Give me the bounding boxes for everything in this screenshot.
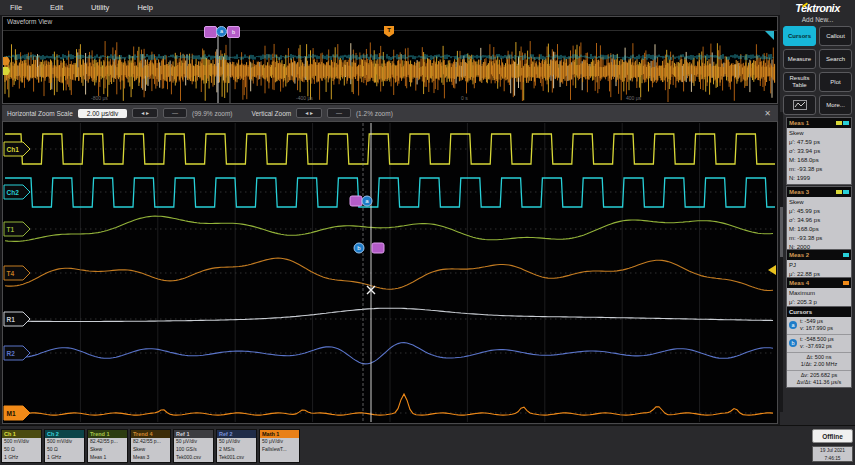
meas-name: Maximum [789, 289, 849, 298]
trace-m1 [5, 394, 773, 415]
waveform-canvas: Ch1Ch2T1T4R1R2M1ab [3, 122, 777, 423]
time-text: 7:46:15 [813, 455, 852, 463]
overview-window: Waveform View -800 μs -400 μs 0 s 400 μs… [2, 16, 778, 104]
h-zoom-minus-button[interactable]: — [163, 108, 187, 118]
delta-v-readout: Δv: 205.682 psΔv/Δt: 411.36 μs/s [787, 371, 851, 388]
results-sidebar: Tektronix Add New... Cursors Callout Mea… [780, 0, 855, 425]
zoom-control-bar: Horizontal Zoom Scale 2.00 μs/div ◂ ▸ — … [2, 105, 778, 121]
cursor-a-handle[interactable]: a [216, 26, 227, 37]
meas-line: N: 1999 [789, 174, 849, 183]
ref1-badge[interactable]: Ref 1 50 μV/div100 GS/sTek000.csv [173, 429, 214, 463]
cursor-b-readout: b t: -548.500 μsv: -37.692 ps [787, 335, 851, 353]
ch2-badge[interactable]: Ch 2 500 mV/div50 Ω1 GHz [44, 429, 85, 463]
overview-noise-canvas [3, 29, 777, 103]
overview-expand-icon[interactable] [765, 31, 774, 40]
overview-time-label: 0 s [461, 95, 468, 101]
meas-line: σ': 34.96 ps [789, 216, 849, 225]
v-zoom-percent: (1.2% zoom) [356, 110, 393, 117]
meas2-source-swatches [843, 253, 849, 257]
main-waveform-view: Ch1Ch2T1T4R1R2M1ab [2, 121, 778, 424]
meas1-badge[interactable]: Meas 1 Skew μ': 47.59 ps σ': 33.94 ps M:… [786, 117, 852, 185]
math1-badge[interactable]: Math 1 50 μV/divFallslewT... [259, 429, 300, 463]
svg-text:T1: T1 [7, 226, 15, 233]
cursors-readout-panel[interactable]: Cursors a t: -549 μsv: 167.990 ps b t: -… [786, 306, 852, 388]
menu-edit[interactable]: Edit [50, 3, 63, 12]
v-zoom-label: Vertical Zoom [252, 110, 292, 117]
meas-line: m: -93.38 ps [789, 234, 849, 243]
offline-button[interactable]: Offline [812, 429, 853, 443]
delta-t-readout: Δt: 500 ns1/Δt: 2.00 MHz [787, 353, 851, 371]
date-text: 19 Jul 2021 [813, 447, 852, 455]
draw-a-box-button[interactable] [783, 95, 816, 115]
cursor-a-tag[interactable] [350, 196, 362, 206]
meas-name: PJ [789, 261, 849, 270]
trace-t4 [5, 258, 773, 290]
trigger-level-arrow[interactable] [768, 265, 776, 275]
svg-text:M1: M1 [7, 410, 16, 417]
meas-name: Skew [789, 129, 849, 138]
overview-time-label: -800 μs [91, 95, 108, 101]
h-zoom-scale-label: Horizontal Zoom Scale [7, 110, 73, 117]
cursor-b-icon: b [789, 339, 797, 347]
overview-time-label: 400 μs [626, 95, 641, 101]
v-zoom-minus-button[interactable]: — [327, 108, 351, 118]
h-zoom-percent: (99.9% zoom) [192, 110, 232, 117]
add-new-button-grid: Cursors Callout Measure Search Results T… [780, 26, 855, 115]
meas-name: Skew [789, 198, 849, 207]
meas-line: M: 168.0ps [789, 225, 849, 234]
cursors-button[interactable]: Cursors [783, 26, 816, 46]
svg-text:Ch1: Ch1 [7, 146, 20, 153]
ref2-badge[interactable]: Ref 2 50 μV/div2 MS/sTek001.csv [216, 429, 257, 463]
meas-line: M: 168.0ps [789, 156, 849, 165]
meas1-title: Meas 1 [789, 120, 809, 126]
meas3-title: Meas 3 [789, 189, 809, 195]
menu-help[interactable]: Help [137, 3, 152, 12]
menu-bar: File Edit Utility Help [0, 0, 790, 15]
search-button[interactable]: Search [819, 49, 852, 69]
v-zoom-arrows-button[interactable]: ◂ ▸ [296, 108, 322, 118]
measure-button[interactable]: Measure [783, 49, 816, 69]
cursor-a-readout: a t: -549 μsv: 167.990 ps [787, 317, 851, 335]
results-table-button[interactable]: Results Table [783, 72, 816, 92]
cursor-b-tag[interactable]: b [227, 26, 240, 38]
meas2-title: Meas 2 [789, 252, 809, 258]
svg-text:Ch2: Ch2 [7, 189, 20, 196]
meas-line: m: -93.38 ps [789, 165, 849, 174]
meas-line: σ': 33.94 ps [789, 147, 849, 156]
trend1-badge[interactable]: Trend 1 82.42/55 p...SkewMeas 1 [87, 429, 128, 463]
meas1-source-swatches [836, 121, 849, 125]
zoom-close-icon[interactable]: ✕ [764, 109, 773, 118]
more-button[interactable]: More... [819, 95, 852, 115]
cursor-b-tag[interactable] [372, 243, 384, 253]
callout-button[interactable]: Callout [819, 26, 852, 46]
waveform-draw-icon [793, 100, 807, 110]
menu-file[interactable]: File [10, 3, 22, 12]
cursors-panel-title: Cursors [789, 309, 812, 315]
svg-text:R2: R2 [7, 350, 16, 357]
datetime-display: 19 Jul 2021 7:46:15 [812, 446, 853, 462]
trace-r1 [5, 308, 773, 321]
menu-utility[interactable]: Utility [91, 3, 109, 12]
svg-text:R1: R1 [7, 316, 16, 323]
meas4-title: Meas 4 [789, 280, 809, 286]
svg-text:T4: T4 [7, 270, 15, 277]
meas3-source-swatches [836, 190, 849, 194]
cursor-a-icon: a [789, 321, 797, 329]
h-zoom-scale-value[interactable]: 2.00 μs/div [78, 109, 128, 118]
plot-button[interactable]: Plot [819, 72, 852, 92]
overview-time-label: -400 μs [296, 95, 313, 101]
meas4-source-swatches [843, 281, 849, 285]
ch1-badge[interactable]: Ch 1 500 mV/div50 Ω1 GHz [1, 429, 42, 463]
settings-bar: Ch 1 500 mV/div50 Ω1 GHz Ch 2 500 mV/div… [0, 425, 855, 465]
h-zoom-arrows-button[interactable]: ◂ ▸ [132, 108, 158, 118]
meas3-badge[interactable]: Meas 3 Skew μ': 45.99 ps σ': 34.96 ps M:… [786, 186, 852, 254]
meas4-badge[interactable]: Meas 4 Maximum μ': 205.3 p [786, 277, 852, 309]
add-new-label: Add New... [780, 16, 855, 23]
tektronix-logo: Tektronix [780, 0, 855, 14]
meas-line: μ': 47.59 ps [789, 138, 849, 147]
sidebar-scrollbar[interactable] [780, 112, 783, 412]
trend4-badge[interactable]: Trend 4 82.42/55 p...SkewMeas 3 [130, 429, 171, 463]
meas-line: μ': 45.99 ps [789, 207, 849, 216]
